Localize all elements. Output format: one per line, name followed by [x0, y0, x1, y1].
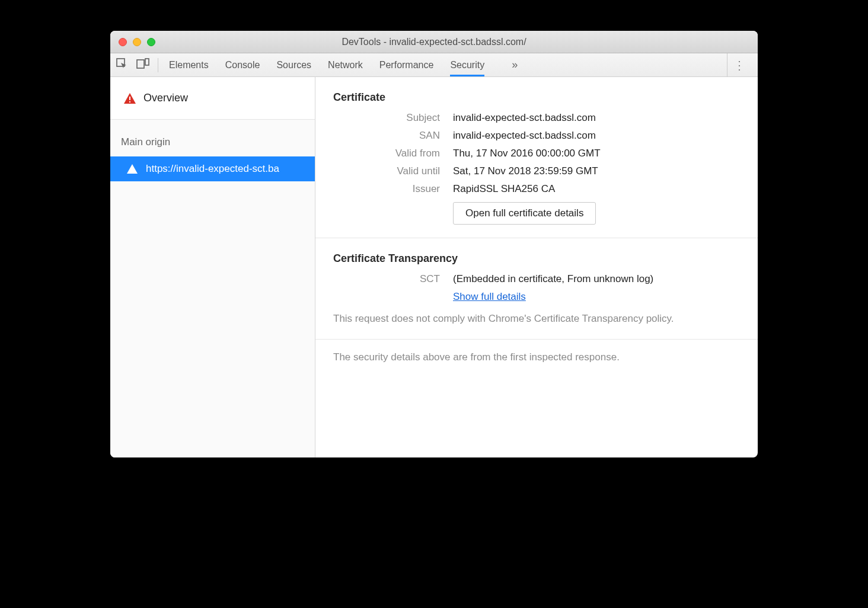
svg-rect-3 [129, 97, 130, 100]
security-main-panel: Certificate Subject invalid-expected-sct… [315, 77, 758, 457]
devtools-toolbar: Elements Console Sources Network Perform… [110, 53, 758, 77]
security-sidebar: Overview Main origin https://invalid-exp… [110, 77, 315, 457]
device-toolbar-icon[interactable] [136, 58, 149, 72]
tab-security[interactable]: Security [450, 53, 484, 76]
panel-tabs: Elements Console Sources Network Perform… [164, 53, 518, 76]
kv-label: Issuer [333, 183, 440, 195]
ct-section: Certificate Transparency SCT (Embedded i… [315, 238, 758, 340]
overview-label: Overview [143, 92, 188, 104]
ct-row-link: Show full details [333, 291, 740, 303]
svg-rect-1 [137, 60, 144, 68]
tab-network[interactable]: Network [328, 53, 363, 76]
window-title: DevTools - invalid-expected-sct.badssl.c… [110, 37, 758, 47]
kv-value: Thu, 17 Nov 2016 00:00:00 GMT [453, 148, 601, 159]
kv-value: Sat, 17 Nov 2018 23:59:59 GMT [453, 165, 598, 177]
show-full-details-link[interactable]: Show full details [453, 291, 526, 302]
footer-note: The security details above are from the … [315, 340, 758, 375]
kv-label: Valid until [333, 165, 440, 177]
svg-rect-4 [129, 101, 130, 103]
titlebar: DevTools - invalid-expected-sct.badssl.c… [110, 31, 758, 53]
kv-label [333, 291, 440, 303]
kv-value: RapidSSL SHA256 CA [453, 183, 555, 195]
tab-elements[interactable]: Elements [169, 53, 209, 76]
devtools-window: DevTools - invalid-expected-sct.badssl.c… [110, 31, 758, 457]
main-origin-heading: Main origin [110, 120, 315, 156]
cert-row-valid-until: Valid until Sat, 17 Nov 2018 23:59:59 GM… [333, 165, 740, 177]
tab-console[interactable]: Console [225, 53, 260, 76]
ct-row-sct: SCT (Embedded in certificate, From unkno… [333, 273, 740, 285]
tab-performance[interactable]: Performance [379, 53, 434, 76]
kv-value: invalid-expected-sct.badssl.com [453, 112, 596, 124]
cert-row-issuer: Issuer RapidSSL SHA256 CA [333, 183, 740, 195]
kv-label: Valid from [333, 148, 440, 159]
ct-note: This request does not comply with Chrome… [333, 312, 740, 326]
warning-triangle-icon [123, 92, 136, 104]
cert-row-subject: Subject invalid-expected-sct.badssl.com [333, 112, 740, 124]
content-area: Overview Main origin https://invalid-exp… [110, 77, 758, 457]
open-cert-details-button[interactable]: Open full certificate details [453, 202, 596, 225]
tabs-overflow-icon[interactable]: » [512, 59, 518, 71]
kv-label: Subject [333, 112, 440, 124]
cert-row-valid-from: Valid from Thu, 17 Nov 2016 00:00:00 GMT [333, 148, 740, 159]
kv-value: invalid-expected-sct.badssl.com [453, 130, 596, 142]
kv-label: SCT [333, 273, 440, 285]
overview-item[interactable]: Overview [110, 77, 315, 120]
inspect-element-icon[interactable] [116, 58, 128, 72]
warning-triangle-icon [127, 164, 138, 174]
ct-heading: Certificate Transparency [333, 252, 740, 265]
tab-sources[interactable]: Sources [276, 53, 311, 76]
svg-rect-2 [145, 59, 149, 65]
origin-url: https://invalid-expected-sct.ba [146, 163, 279, 175]
certificate-heading: Certificate [333, 91, 740, 104]
origin-item[interactable]: https://invalid-expected-sct.ba [110, 156, 315, 181]
cert-row-san: SAN invalid-expected-sct.badssl.com [333, 130, 740, 142]
certificate-section: Certificate Subject invalid-expected-sct… [315, 77, 758, 238]
kebab-menu-icon[interactable]: ⋮ [727, 53, 752, 76]
kv-label: SAN [333, 130, 440, 142]
kv-value: (Embedded in certificate, From unknown l… [453, 273, 653, 285]
